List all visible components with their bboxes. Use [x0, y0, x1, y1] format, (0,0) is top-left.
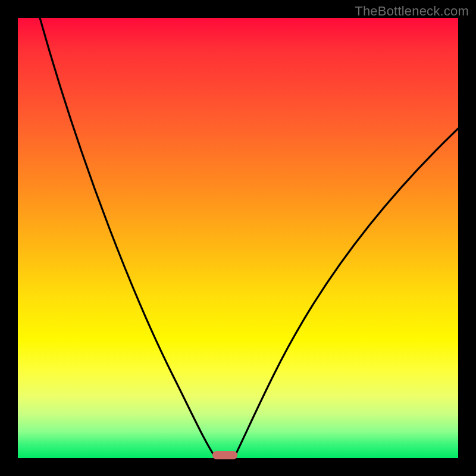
- watermark-text: TheBottleneck.com: [355, 4, 469, 19]
- plot-area: [18, 18, 458, 458]
- chart-frame: TheBottleneck.com: [0, 0, 476, 476]
- left-curve: [40, 18, 216, 458]
- curve-layer: [18, 18, 458, 458]
- right-curve: [234, 129, 458, 458]
- dip-marker: [212, 451, 237, 459]
